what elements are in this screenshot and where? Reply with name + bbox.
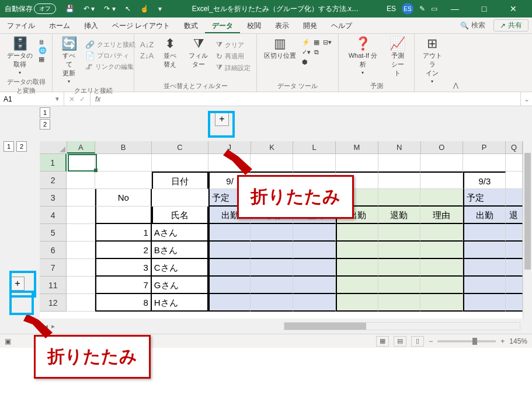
- column-header-L[interactable]: L: [293, 141, 336, 153]
- cell-N1[interactable]: [378, 154, 421, 172]
- column-header-J[interactable]: J: [208, 141, 251, 153]
- row-header-5[interactable]: 5: [40, 224, 67, 242]
- tab-校閲[interactable]: 校閲: [240, 18, 268, 33]
- cell-Q5[interactable]: [506, 224, 523, 242]
- scrollbar-thumb[interactable]: [524, 153, 531, 270]
- cancel-formula-icon[interactable]: ✕: [69, 95, 75, 103]
- cell-Q11[interactable]: [506, 277, 523, 294]
- cell-M11[interactable]: [336, 277, 378, 294]
- save-icon[interactable]: 💾: [63, 4, 77, 14]
- row-header-11[interactable]: 11: [40, 277, 67, 294]
- cell-K7[interactable]: [251, 259, 293, 277]
- cell-Q12[interactable]: [506, 294, 523, 312]
- filter-button[interactable]: ⧩ フィルター: [185, 36, 211, 70]
- fx-label[interactable]: fx: [91, 92, 105, 106]
- cell-C6[interactable]: Bさん: [152, 242, 208, 259]
- chevron-down-icon[interactable]: ▼: [54, 96, 60, 102]
- cell-O7[interactable]: [420, 259, 463, 277]
- column-outline-level-2[interactable]: 2: [40, 119, 50, 130]
- row-header-2[interactable]: 2: [40, 172, 67, 189]
- cell-A4[interactable]: [67, 207, 95, 224]
- cell-A3[interactable]: [67, 189, 95, 207]
- edit-links-button[interactable]: 🖇リンクの編集: [84, 62, 137, 72]
- name-box[interactable]: A1 ▼: [0, 92, 64, 106]
- row-header-12[interactable]: 12: [40, 294, 67, 312]
- cell-C12[interactable]: Hさん: [152, 294, 208, 312]
- cell-C3[interactable]: [152, 189, 208, 207]
- refresh-all-button[interactable]: 🔄 すべて 更新 ▾: [57, 36, 81, 85]
- cell-M1[interactable]: [336, 154, 378, 172]
- data-validation-icon[interactable]: ✓▾: [302, 48, 311, 56]
- row-outline-level-2[interactable]: 2: [16, 141, 27, 152]
- formula-input[interactable]: [105, 92, 520, 106]
- cell-Q7[interactable]: [506, 259, 523, 277]
- cell-O1[interactable]: [420, 154, 463, 172]
- cell-N2[interactable]: [378, 172, 421, 189]
- cell-P5[interactable]: [463, 224, 506, 242]
- cell-J1[interactable]: [208, 154, 251, 172]
- cell-Q3[interactable]: [506, 189, 523, 207]
- cell-A11[interactable]: [67, 277, 95, 294]
- cell-P1[interactable]: [463, 154, 506, 172]
- cell-O12[interactable]: [420, 294, 463, 312]
- tab-データ[interactable]: データ: [205, 18, 240, 33]
- row-group-expand-button[interactable]: +: [11, 277, 25, 291]
- cell-N5[interactable]: [378, 224, 421, 242]
- get-data-button[interactable]: 🗄️ データの 取得 ▾: [5, 36, 35, 76]
- tab-開発[interactable]: 開発: [296, 18, 324, 33]
- tab-ヘルプ[interactable]: ヘルプ: [324, 18, 359, 33]
- scrollbar-thumb[interactable]: [284, 323, 366, 330]
- cell-C2[interactable]: 日付: [152, 172, 208, 189]
- row-header-4[interactable]: 4: [40, 207, 67, 224]
- column-header-K[interactable]: K: [251, 141, 294, 153]
- sheet-nav-prev-icon[interactable]: ▸: [51, 322, 55, 330]
- advanced-filter-button[interactable]: ⧩詳細設定: [215, 62, 252, 73]
- account-badge[interactable]: ES: [402, 3, 413, 15]
- record-macro-icon[interactable]: ▣: [5, 337, 11, 345]
- cell-J7[interactable]: [208, 259, 251, 277]
- cell-A6[interactable]: [67, 242, 95, 259]
- cell-Q1[interactable]: [506, 154, 523, 172]
- zoom-out-button[interactable]: −: [429, 337, 433, 345]
- tab-ページ レイアウト[interactable]: ページ レイアウト: [105, 18, 177, 33]
- maximize-button[interactable]: □: [472, 4, 496, 13]
- cell-P4[interactable]: 出勤: [463, 207, 506, 224]
- cell-A2[interactable]: [67, 172, 95, 189]
- cell-B12[interactable]: 8: [95, 294, 152, 312]
- cell-B2[interactable]: [95, 172, 152, 189]
- column-header-A[interactable]: A: [67, 141, 95, 153]
- cell-M5[interactable]: [336, 224, 378, 242]
- cell-P7[interactable]: [463, 259, 506, 277]
- sort-desc-button[interactable]: Z↓A: [139, 51, 155, 61]
- cell-O6[interactable]: [420, 242, 463, 259]
- enter-formula-icon[interactable]: ✓: [79, 95, 85, 103]
- collapse-ribbon-button[interactable]: ⋀: [450, 34, 461, 92]
- row-header-6[interactable]: 6: [40, 242, 67, 259]
- cell-P2[interactable]: 9/3: [463, 172, 506, 189]
- text-to-columns-button[interactable]: ▥ 区切り位置: [262, 36, 298, 61]
- outline-button[interactable]: ⊞ アウトラ イン ▾: [419, 36, 445, 85]
- grid[interactable]: ABCJKLMNOPQ 12日付9/9/33No予定予定4氏名出勤退勤理由出勤退…: [40, 141, 523, 319]
- touch-icon[interactable]: ☝: [138, 4, 151, 14]
- cell-M12[interactable]: [336, 294, 378, 312]
- cell-P11[interactable]: [463, 277, 506, 294]
- cell-L1[interactable]: [293, 154, 336, 172]
- undo-icon[interactable]: ↶ ▾: [81, 4, 97, 14]
- ribbon-display-icon[interactable]: ▭: [431, 5, 437, 13]
- from-table-icon[interactable]: ▦: [39, 55, 47, 63]
- page-break-view-button[interactable]: ▯: [411, 336, 424, 347]
- cell-O5[interactable]: [420, 224, 463, 242]
- cell-N3[interactable]: [378, 189, 421, 207]
- column-header-O[interactable]: O: [421, 141, 464, 153]
- cell-C7[interactable]: Cさん: [152, 259, 208, 277]
- zoom-slider-knob[interactable]: [472, 338, 477, 345]
- sort-asc-button[interactable]: A↓Z: [139, 40, 155, 50]
- cell-N7[interactable]: [378, 259, 421, 277]
- flash-fill-icon[interactable]: ⚡: [302, 39, 310, 46]
- column-header-B[interactable]: B: [95, 141, 152, 153]
- remove-duplicates-icon[interactable]: ▦: [314, 39, 319, 46]
- forecast-sheet-button[interactable]: 📈 予測 シート: [386, 36, 409, 79]
- cell-B5[interactable]: 1: [95, 224, 152, 242]
- sheet-nav-first-icon[interactable]: ◂: [44, 322, 48, 330]
- relationships-icon[interactable]: ⧉: [314, 48, 319, 56]
